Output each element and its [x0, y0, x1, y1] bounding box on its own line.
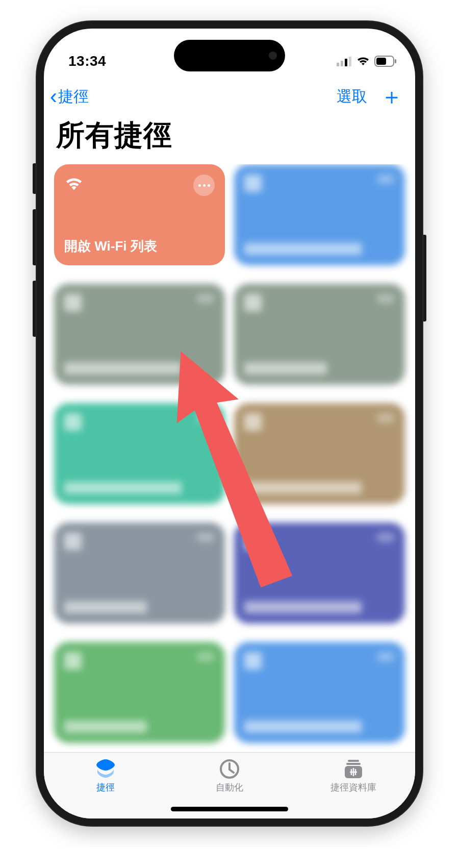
chevron-left-icon: ‹ [50, 86, 57, 107]
shortcuts-grid[interactable]: 開啟 Wi-Fi 列表 [44, 164, 415, 752]
shortcut-card[interactable] [54, 642, 225, 743]
page-title: 所有捷徑 [44, 111, 415, 164]
shortcut-card[interactable] [54, 284, 225, 385]
screen: 13:34 ‹ 捷徑 選取 ＋ 所有捷徑 [44, 29, 415, 819]
battery-icon [374, 56, 397, 67]
tab-label: 捷徑資料庫 [330, 781, 376, 793]
shortcut-card[interactable] [234, 164, 405, 265]
back-label: 捷徑 [58, 86, 89, 107]
gallery-tab-icon [342, 759, 365, 779]
home-indicator[interactable] [171, 807, 288, 811]
status-time: 13:34 [68, 53, 106, 69]
shortcut-card-open-wifi-list[interactable]: 開啟 Wi-Fi 列表 [54, 164, 225, 265]
svg-rect-2 [345, 59, 347, 66]
svg-rect-3 [349, 57, 351, 66]
shortcut-card[interactable] [234, 403, 405, 504]
shortcut-card[interactable] [234, 523, 405, 624]
tab-shortcuts[interactable]: 捷徑 [44, 759, 167, 793]
svg-rect-0 [337, 63, 339, 66]
tab-automation[interactable]: 自動化 [168, 759, 291, 793]
status-icons [337, 56, 397, 67]
svg-rect-9 [348, 760, 359, 762]
shortcut-card[interactable] [54, 523, 225, 624]
nav-bar: ‹ 捷徑 選取 ＋ [44, 80, 415, 111]
card-more-button[interactable] [193, 175, 215, 196]
phone-frame: 13:34 ‹ 捷徑 選取 ＋ 所有捷徑 [36, 20, 423, 827]
dynamic-island [174, 40, 285, 71]
automation-tab-icon [218, 759, 241, 779]
wifi-icon [64, 175, 84, 194]
shortcuts-tab-icon [94, 759, 117, 779]
svg-rect-1 [341, 61, 343, 66]
svg-rect-5 [376, 58, 386, 65]
tab-gallery[interactable]: 捷徑資料庫 [292, 759, 415, 793]
card-label: 開啟 Wi-Fi 列表 [64, 237, 215, 255]
shortcut-card[interactable] [54, 403, 225, 504]
tab-label: 自動化 [216, 781, 243, 793]
shortcut-card[interactable] [234, 284, 405, 385]
select-button[interactable]: 選取 [337, 86, 367, 107]
svg-rect-6 [395, 59, 396, 63]
add-button[interactable]: ＋ [380, 90, 403, 103]
wifi-status-icon [356, 56, 370, 66]
shortcut-card[interactable] [234, 642, 405, 743]
cellular-icon [337, 56, 352, 66]
tab-label: 捷徑 [96, 781, 115, 793]
svg-rect-10 [346, 763, 361, 765]
back-button[interactable]: ‹ 捷徑 [50, 86, 89, 107]
